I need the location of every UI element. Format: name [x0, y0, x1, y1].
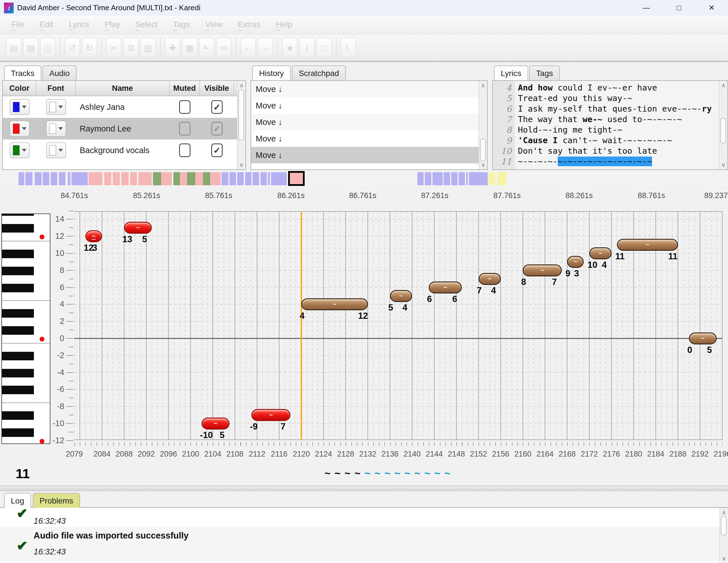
- scroll-up-icon[interactable]: ∧: [719, 82, 727, 89]
- tab-history[interactable]: History: [252, 65, 291, 80]
- muted-checkbox[interactable]: [179, 143, 190, 157]
- undo-button[interactable]: ↺: [65, 38, 80, 58]
- history-item[interactable]: Move ↓: [251, 114, 479, 130]
- tab-log[interactable]: Log: [4, 493, 31, 508]
- piano-black-key[interactable]: [2, 224, 34, 233]
- song-timeline[interactable]: [0, 172, 728, 186]
- tab-audio[interactable]: Audio: [42, 65, 77, 80]
- minimize-button[interactable]: —: [630, 0, 663, 16]
- log-scrollbar[interactable]: ∧ ∨: [719, 508, 728, 563]
- muted-checkbox[interactable]: [179, 100, 190, 114]
- dark-mode-button[interactable]: ☾: [341, 38, 356, 58]
- scroll-down-icon[interactable]: ∨: [720, 555, 728, 562]
- menu-extras[interactable]: Extras: [238, 20, 260, 31]
- save-button[interactable]: ◫: [40, 38, 56, 58]
- piano-black-key[interactable]: [2, 326, 34, 335]
- piano-black-key[interactable]: [2, 386, 34, 394]
- delete-button[interactable]: ▦: [182, 38, 197, 58]
- piano-black-key[interactable]: [2, 309, 34, 318]
- horizontal-splitter[interactable]: [0, 486, 728, 491]
- note-brown[interactable]: ~: [617, 239, 678, 251]
- menu-play[interactable]: Play: [104, 20, 120, 31]
- join-link-button[interactable]: ∞: [216, 38, 231, 58]
- menu-view[interactable]: View: [205, 20, 222, 31]
- copy-button[interactable]: ⧉: [123, 38, 139, 58]
- piano-black-key[interactable]: [2, 352, 34, 360]
- timeline-position-marker[interactable]: [288, 171, 305, 186]
- track-font-dropdown[interactable]: [46, 99, 66, 115]
- tab-scratchpad[interactable]: Scratchpad: [292, 65, 346, 80]
- piano-black-key[interactable]: [2, 411, 34, 420]
- piano-black-key[interactable]: [2, 284, 34, 292]
- note-brown[interactable]: ~: [689, 332, 717, 344]
- lyrics-line[interactable]: And how could I ev-~-er have: [518, 83, 719, 93]
- note-brown[interactable]: ~: [301, 298, 368, 310]
- track-color-dropdown[interactable]: [10, 121, 30, 137]
- visible-checkbox[interactable]: ✓: [211, 143, 223, 157]
- paste-button[interactable]: ▥: [140, 38, 156, 58]
- history-item[interactable]: Move ↓: [251, 147, 479, 163]
- new-file-button[interactable]: ▤: [6, 38, 21, 58]
- scrollbar-thumb[interactable]: [721, 516, 727, 536]
- note-brown[interactable]: ~: [523, 264, 561, 276]
- history-item[interactable]: Move ↓: [251, 97, 479, 114]
- next-button[interactable]: →: [258, 38, 273, 58]
- scrollbar-thumb[interactable]: [238, 89, 244, 141]
- note-brown[interactable]: ~: [589, 247, 612, 259]
- scroll-down-icon[interactable]: ∨: [479, 161, 487, 168]
- history-item[interactable]: Move ↓: [251, 130, 479, 147]
- track-font-dropdown[interactable]: [46, 121, 66, 137]
- lyrics-line[interactable]: The way that we-~ used to-~-~-~-~: [518, 114, 719, 125]
- break-link-button[interactable]: ✁: [199, 38, 214, 58]
- note-red[interactable]: ~: [251, 409, 290, 421]
- scroll-up-icon[interactable]: ∧: [479, 82, 487, 89]
- piano-roll-grid[interactable]: ~123~135~-105~-97~412~54~66~74~87~93~104…: [74, 211, 723, 440]
- note-red[interactable]: ~: [85, 230, 102, 242]
- close-button[interactable]: ✕: [695, 0, 728, 16]
- freestyle-note-button[interactable]: I: [299, 38, 315, 58]
- piano-keyboard[interactable]: [1, 213, 50, 444]
- history-scrollbar[interactable]: ∧ ∨: [479, 81, 487, 169]
- track-row[interactable]: Ashley Jana✓: [3, 96, 245, 118]
- piano-black-key[interactable]: [2, 213, 34, 216]
- history-item[interactable]: Move ↓: [251, 81, 479, 97]
- previous-button[interactable]: ←: [241, 38, 256, 58]
- scroll-down-icon[interactable]: ∨: [237, 161, 245, 168]
- piano-black-key[interactable]: [2, 369, 34, 377]
- lyrics-scrollbar[interactable]: ∧ ∨: [719, 81, 727, 169]
- track-color-dropdown[interactable]: [10, 142, 30, 158]
- scroll-up-icon[interactable]: ∧: [237, 82, 245, 89]
- redo-button[interactable]: ↻: [82, 38, 97, 58]
- note-brown[interactable]: ~: [567, 256, 584, 268]
- note-red[interactable]: ~: [202, 418, 229, 430]
- tab-tracks[interactable]: Tracks: [4, 65, 41, 80]
- tab-problems[interactable]: Problems: [33, 493, 80, 508]
- piano-black-key[interactable]: [2, 250, 34, 258]
- playhead-marker[interactable]: [301, 211, 302, 440]
- muted-checkbox[interactable]: [179, 122, 190, 135]
- add-note-button[interactable]: ✚: [165, 38, 180, 58]
- lyrics-editor[interactable]: And how could I ev-~-er haveTreat-ed you…: [515, 81, 719, 169]
- maximize-button[interactable]: □: [663, 0, 695, 16]
- visible-checkbox[interactable]: ✓: [211, 100, 223, 114]
- note-brown[interactable]: ~: [479, 273, 501, 285]
- menu-help[interactable]: Help: [276, 20, 292, 31]
- scrollbar-thumb[interactable]: [480, 139, 486, 161]
- track-row[interactable]: Background vocals✓: [3, 139, 245, 161]
- track-font-dropdown[interactable]: [46, 142, 66, 158]
- open-file-button[interactable]: ▧: [23, 38, 38, 58]
- menu-select[interactable]: Select: [136, 20, 158, 31]
- lyrics-line[interactable]: Treat-ed you this way-~: [518, 93, 719, 104]
- plain-note-button[interactable]: □: [316, 38, 332, 58]
- track-row[interactable]: Raymond Lee✓: [3, 118, 245, 139]
- note-brown[interactable]: ~: [429, 281, 462, 293]
- tracks-scrollbar[interactable]: ∧ ∨: [237, 81, 245, 169]
- golden-note-button[interactable]: ★: [282, 38, 298, 58]
- lyrics-line[interactable]: I ask my-self that ques-tion eve-~-~-ry: [518, 104, 719, 114]
- menu-lyrics[interactable]: Lyrics: [69, 20, 89, 31]
- lyrics-line[interactable]: Don't say that it's too late: [518, 146, 719, 156]
- menu-file[interactable]: File: [11, 20, 24, 31]
- lyrics-line[interactable]: ~-~-~-~-~-~-~-~-~-~-~-~-~-~: [518, 156, 719, 167]
- piano-black-key[interactable]: [2, 267, 34, 275]
- note-brown[interactable]: ~: [390, 290, 412, 302]
